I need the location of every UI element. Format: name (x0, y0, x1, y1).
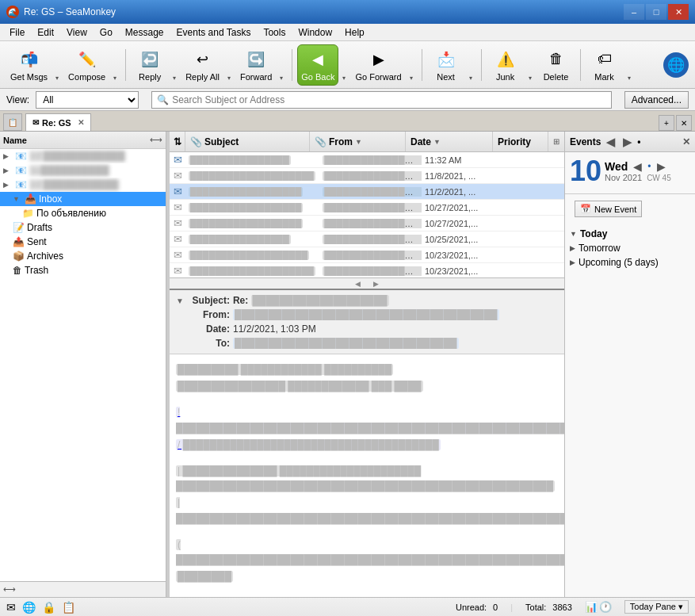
ev-section-today[interactable]: ▼ Today (570, 227, 690, 241)
get-msgs-button[interactable]: 📬 Get Msgs (6, 44, 52, 86)
events-nav-next[interactable]: ▶ (621, 136, 634, 148)
next-dropdown[interactable]: ▾ (465, 44, 476, 86)
go-forward-label: Go Forward (355, 72, 401, 82)
folder-drafts[interactable]: 📝 Drafts (0, 220, 166, 235)
status-icon-a[interactable]: 📊 (585, 601, 598, 613)
forward-dropdown[interactable]: ▾ (276, 44, 287, 86)
msg-row-2[interactable]: ✉ ████████████████████ █████████████████… (170, 168, 564, 184)
tab-close-icon[interactable]: ✕ (78, 118, 84, 127)
tab-new-btn[interactable]: + (659, 115, 674, 131)
col-date-sort-arrow: ▼ (433, 138, 441, 146)
msg-row-6[interactable]: ✉ ████████████████ █████████████████████… (170, 231, 564, 247)
msg-row-3[interactable]: ✉ ██████████████████ ███████████████████… (170, 184, 564, 200)
menu-window[interactable]: Window (292, 25, 338, 40)
msg-date-8: 10/23/2021,... (422, 266, 509, 276)
folder-archives[interactable]: 📦 Archives (0, 249, 166, 263)
tab-close-all-btn[interactable]: ✕ (676, 115, 692, 131)
reply-button[interactable]: ↩️ Reply (131, 44, 169, 86)
events-close-icon[interactable]: ✕ (682, 136, 690, 147)
reply-dropdown[interactable]: ▾ (169, 44, 180, 86)
col-header-from[interactable]: 📎 From ▼ (310, 132, 406, 151)
col-header-icon[interactable]: ⇅ (170, 132, 185, 151)
go-forward-button[interactable]: ▶ Go Forward (351, 44, 405, 86)
reply-all-button[interactable]: ↩ Reply All (181, 44, 223, 86)
next-button[interactable]: 📩 Next (427, 44, 465, 86)
body-line-7: ( ██████████████████████████████████████… (176, 538, 558, 568)
today-pane-btn[interactable]: Today Pane ▾ (624, 600, 689, 614)
mark-button[interactable]: 🏷 Mark (586, 44, 624, 86)
calendar-widget: 10 Wed ◀ • ▶ Nov 2021 CW 45 (565, 152, 695, 194)
go-forward-dropdown[interactable]: ▾ (406, 44, 417, 86)
folder-sent[interactable]: 📤 Sent (0, 235, 166, 249)
msg-hdr-toggle[interactable]: ▼ (176, 297, 184, 305)
folder-account-2[interactable]: ▶ 📧 su██████████ (0, 163, 166, 178)
new-event-button[interactable]: 📅 New Event (575, 201, 642, 217)
col-header-subject[interactable]: 📎 Subject (185, 132, 310, 151)
compose-dropdown[interactable]: ▾ (109, 44, 120, 86)
date-value: 11/2/2021, 1:03 PM (233, 323, 316, 335)
msg-row-4[interactable]: ✉ ██████████████████ ███████████████████… (170, 200, 564, 216)
minimize-button[interactable]: – (624, 4, 644, 20)
col-header-priority[interactable]: Priority (493, 132, 548, 151)
delete-button[interactable]: 🗑 Delete (537, 44, 575, 86)
msg-body[interactable]: █████████ ████████████ ██████████ ██████… (170, 354, 564, 597)
msg-from-3: ██████████████████████ (319, 187, 422, 197)
tomorrow-label: Tomorrow (579, 243, 621, 254)
col-options-icon[interactable]: ⊞ (553, 137, 559, 146)
sidebar-bottom-icon[interactable]: ⟷ (3, 584, 16, 595)
view-label: View: (6, 94, 29, 105)
menu-go[interactable]: Go (94, 25, 119, 40)
folder-inbox[interactable]: ▼ 📥 Inbox (0, 192, 166, 206)
msg-row-1[interactable]: ✉ ████████████████ ████████████████████ … (170, 152, 564, 168)
close-button[interactable]: ✕ (668, 4, 689, 20)
msg-row-8[interactable]: ✉ ████████████████████ █████████████████… (170, 263, 564, 277)
menu-file[interactable]: File (3, 25, 31, 40)
scroll-right-icon[interactable]: ▶ (367, 280, 385, 288)
ev-section-tomorrow[interactable]: ▶ Tomorrow (570, 241, 690, 255)
status-icon-b[interactable]: 🕐 (599, 601, 612, 613)
from-blur-2: ████████████████████████ (323, 171, 422, 181)
folder-account-1[interactable]: ▶ 📧 inf ████████████ (0, 149, 166, 163)
compose-button[interactable]: ✏️ Compose (64, 44, 109, 86)
account-label-3: inf ███████████ (29, 179, 120, 190)
tab-list-icon[interactable]: 📋 (3, 113, 22, 131)
advanced-button[interactable]: Advanced... (624, 91, 689, 109)
forward-button[interactable]: ↪️ Forward (236, 44, 276, 86)
junk-button[interactable]: ⚠️ Junk (487, 44, 525, 86)
get-msgs-dropdown[interactable]: ▾ (52, 44, 63, 86)
menu-events[interactable]: Events and Tasks (170, 25, 258, 40)
cal-today-dot[interactable]: • (647, 161, 651, 172)
sidebar-expand-icon[interactable]: ⟷ (150, 135, 162, 145)
upper-pane: ⇅ 📎 Subject 📎 From ▼ (170, 132, 564, 290)
body-line-4[interactable]: / ██████████████████████████████████████ (176, 438, 558, 453)
ev-section-upcoming[interactable]: ▶ Upcoming (5 days) (570, 255, 690, 270)
folder-trash[interactable]: 🗑 Trash (0, 263, 166, 277)
cal-nav-next[interactable]: ▶ (655, 160, 668, 173)
menu-help[interactable]: Help (338, 25, 371, 40)
folder-account-3[interactable]: ▶ 📧 inf ███████████ (0, 178, 166, 192)
inbox-icon: 📥 (25, 193, 36, 205)
menu-message[interactable]: Message (119, 25, 170, 40)
menu-view[interactable]: View (60, 25, 94, 40)
menu-tools[interactable]: Tools (257, 25, 292, 40)
scroll-left-icon[interactable]: ◀ (349, 280, 367, 288)
msg-row-5[interactable]: ✉ ██████████████████ ███████████████████… (170, 216, 564, 231)
go-back-dropdown[interactable]: ▾ (338, 44, 349, 86)
status-bar: ✉ 🌐 🔒 📋 Unread: 0 | Total: 3863 📊 🕐 Toda… (0, 597, 695, 616)
folder-po-obyavleniyu[interactable]: 📁 По объявлению (0, 206, 166, 220)
reply-all-dropdown[interactable]: ▾ (223, 44, 235, 86)
maximize-button[interactable]: □ (646, 4, 666, 20)
junk-dropdown[interactable]: ▾ (525, 44, 536, 86)
go-back-button[interactable]: ◀ Go Back (297, 44, 338, 86)
events-nav-prev[interactable]: ◀ (604, 136, 617, 148)
mark-dropdown[interactable]: ▾ (624, 44, 635, 86)
tab-re-gs[interactable]: ✉ Re: GS ✕ (25, 113, 91, 131)
msg-row-7[interactable]: ✉ ███████████████████ ██████████████████… (170, 247, 564, 263)
col-header-date[interactable]: Date ▼ (406, 132, 493, 151)
search-input[interactable] (172, 94, 605, 105)
msg-date-7: 10/23/2021,... (422, 251, 509, 260)
menu-edit[interactable]: Edit (31, 25, 60, 40)
view-select[interactable]: All Unread Starred Contact (36, 91, 139, 109)
cal-nav-prev[interactable]: ◀ (631, 160, 644, 173)
body-line-3[interactable]: ! ██████████████████████████████████████… (176, 405, 558, 435)
